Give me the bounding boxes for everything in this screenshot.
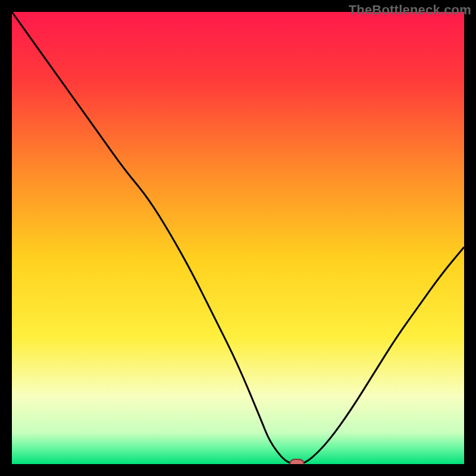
bottleneck-chart: TheBottleneck.com — [0, 0, 476, 476]
optimal-marker — [289, 459, 305, 464]
gradient-backdrop — [12, 12, 464, 464]
chart-svg — [12, 12, 464, 464]
watermark-text: TheBottleneck.com — [349, 2, 471, 18]
plot-area — [12, 12, 464, 464]
